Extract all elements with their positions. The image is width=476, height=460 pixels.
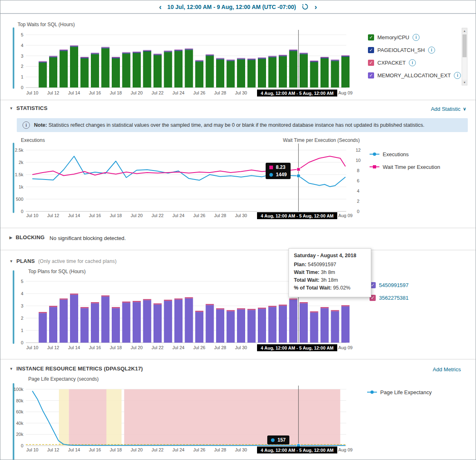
tooltip-row: Plan: 5450991597 xyxy=(294,262,366,267)
plan-link[interactable]: 3562275381 xyxy=(379,295,408,301)
svg-text:Jul 16: Jul 16 xyxy=(89,90,101,95)
svg-text:4: 4 xyxy=(21,291,23,296)
svg-text:Jul 18: Jul 18 xyxy=(110,345,122,350)
collapse-caret-icon[interactable]: ▼ xyxy=(9,367,13,371)
tooltip-row-label: Total Wait: xyxy=(294,277,320,283)
tooltip-row: % of Total Wait: 95.02% xyxy=(294,285,366,291)
add-statistic-button[interactable]: Add Statistic ∨ xyxy=(431,106,466,112)
checkbox-icon[interactable]: ✓ xyxy=(368,72,374,79)
section-header-plans[interactable]: ▼ PLANS (Only active time for cached pla… xyxy=(9,258,117,264)
section-title: STATISTICS xyxy=(16,105,47,111)
divider xyxy=(0,359,476,359)
svg-text:500: 500 xyxy=(16,197,23,202)
blocking-message: No significant blocking detected. xyxy=(50,235,126,241)
legend-label: Wait Time per Execution xyxy=(383,164,440,170)
tooltip-row-value: 95.02% xyxy=(333,285,350,291)
svg-text:Jul 30: Jul 30 xyxy=(235,213,247,218)
svg-text:0: 0 xyxy=(357,209,359,214)
plans-chart-title: Top Plans for SQL (Hours) xyxy=(28,269,86,274)
plan-link[interactable]: 5450991597 xyxy=(379,282,408,288)
tooltip-row-value: 3h 18m xyxy=(321,277,338,283)
svg-text:Jul 22: Jul 22 xyxy=(151,90,163,95)
svg-text:Jul 14: Jul 14 xyxy=(68,213,80,218)
legend-item-memory-cpu[interactable]: ✓ Memory/CPU i xyxy=(368,33,461,41)
expand-caret-icon[interactable]: ▶ xyxy=(9,236,12,240)
checkbox-icon[interactable]: ✓ xyxy=(368,60,374,66)
legend-item-page-life[interactable]: Page Life Expectancy xyxy=(367,388,432,396)
checkbox-icon[interactable]: ✓ xyxy=(368,47,374,53)
svg-text:Aug 09: Aug 09 xyxy=(338,213,353,218)
svg-text:Jul 20: Jul 20 xyxy=(131,345,142,350)
svg-text:Jul 10: Jul 10 xyxy=(26,90,38,95)
legend-scrollbar[interactable]: ▲ ▼ xyxy=(462,28,467,85)
metrics-chart-title: Page Life Expectancy (seconds) xyxy=(28,376,99,382)
legend-item-wait-time[interactable]: Wait Time per Execution xyxy=(370,163,440,171)
check-icon: ✓ xyxy=(371,296,374,300)
section-title: PLANS xyxy=(16,258,35,264)
svg-text:Jul 10: Jul 10 xyxy=(26,345,38,350)
tooltip-row-label: % of Total Wait: xyxy=(294,285,332,291)
page-life-chart[interactable]: 020k40k60k80k100kJul 10Jul 12Jul 14Jul 1… xyxy=(12,384,360,456)
info-icon[interactable]: i xyxy=(428,47,435,54)
scroll-up-icon[interactable]: ▲ xyxy=(462,28,467,34)
info-icon[interactable]: i xyxy=(409,59,416,66)
svg-text:40k: 40k xyxy=(16,421,23,426)
svg-text:Jul 20: Jul 20 xyxy=(131,90,142,95)
date-range-label: 10 Jul, 12:00 AM - 9 Aug, 12:00 AM (UTC … xyxy=(167,4,296,10)
section-header-statistics[interactable]: ▼ STATISTICS xyxy=(9,105,47,111)
svg-text:2k: 2k xyxy=(18,160,23,165)
svg-text:Aug 09: Aug 09 xyxy=(338,447,353,452)
svg-text:12: 12 xyxy=(356,148,361,153)
legend-label: CXPACKET xyxy=(377,60,406,66)
svg-text:2: 2 xyxy=(21,316,23,321)
series-marker-icon xyxy=(269,173,273,177)
tooltip-row: Wait Time: 3h 8m xyxy=(294,269,366,275)
svg-text:8: 8 xyxy=(357,168,359,173)
info-icon[interactable]: i xyxy=(454,72,461,79)
legend-item-executions[interactable]: Executions xyxy=(370,150,440,158)
collapse-caret-icon[interactable]: ▼ xyxy=(9,259,13,263)
add-metrics-button[interactable]: Add Metrics xyxy=(433,366,461,372)
section-header-blocking[interactable]: ▶ BLOCKING xyxy=(9,234,45,240)
svg-text:3: 3 xyxy=(21,54,23,58)
svg-text:Jul 22: Jul 22 xyxy=(151,345,163,350)
info-icon: i xyxy=(23,121,30,129)
legend-item-pageiolatch[interactable]: ✓ PAGEIOLATCH_SH i xyxy=(368,46,461,54)
legend-item-plan-2[interactable]: ✓ 3562275381 xyxy=(370,294,408,302)
scroll-down-icon[interactable]: ▼ xyxy=(462,80,467,85)
legend-item-cxpacket[interactable]: ✓ CXPACKET i xyxy=(368,58,461,67)
refresh-icon[interactable] xyxy=(302,3,309,10)
prev-range-button[interactable]: ‹ xyxy=(159,3,162,11)
check-icon: ✓ xyxy=(369,61,373,65)
note-text: Note: Statistics reflect changes in stat… xyxy=(34,122,424,128)
legend-label: Executions xyxy=(383,151,409,157)
series-marker-icon xyxy=(271,438,275,442)
statistics-chart[interactable]: 05001k1.5k2k2.5k024681012Jul 10Jul 12Jul… xyxy=(12,144,366,221)
svg-text:0: 0 xyxy=(21,85,23,90)
next-range-button[interactable]: › xyxy=(314,3,317,11)
legend-item-plan-1[interactable]: ✓ 5450991597 xyxy=(370,281,408,289)
waits-chart[interactable]: 012345Jul 10Jul 12Jul 14Jul 16Jul 18Jul … xyxy=(12,30,360,98)
plans-tooltip: Saturday - August 4, 2018 Plan: 54509915… xyxy=(289,248,371,297)
legend-label: Memory/CPU xyxy=(377,34,409,40)
svg-text:Jul 24: Jul 24 xyxy=(172,90,184,95)
svg-text:Jul 24: Jul 24 xyxy=(172,213,184,218)
dpa-dashboard: ‹ 10 Jul, 12:00 AM - 9 Aug, 12:00 AM (UT… xyxy=(0,0,476,460)
waits-chart-title: Top Waits for SQL (Hours) xyxy=(18,22,75,27)
svg-text:4: 4 xyxy=(357,188,359,193)
tooltip-row-label: Plan: xyxy=(294,262,307,267)
svg-text:Jul 14: Jul 14 xyxy=(68,90,80,95)
legend-item-memory-allocation[interactable]: ✓ MEMORY_ALLOCATION_EXT i xyxy=(368,71,461,79)
tooltip-row: Total Wait: 3h 18m xyxy=(294,277,366,283)
x-range-label: 4 Aug, 12:00 AM - 5 Aug, 12:00 AM xyxy=(261,213,334,218)
svg-text:Jul 16: Jul 16 xyxy=(89,345,101,350)
section-header-metrics[interactable]: ▼ INSTANCE RESOURCE METRICS (DPASQL2K17) xyxy=(9,366,143,372)
checkbox-icon[interactable]: ✓ xyxy=(368,34,374,40)
info-icon[interactable]: i xyxy=(413,34,420,41)
check-icon: ✓ xyxy=(369,73,373,78)
divider xyxy=(0,100,476,100)
tooltip-wait-value: 8.23 xyxy=(276,164,285,170)
scrollbar-thumb[interactable] xyxy=(462,34,467,57)
collapse-caret-icon[interactable]: ▼ xyxy=(9,106,13,110)
x-range-label: 4 Aug, 12:00 AM - 5 Aug, 12:00 AM xyxy=(261,346,334,350)
